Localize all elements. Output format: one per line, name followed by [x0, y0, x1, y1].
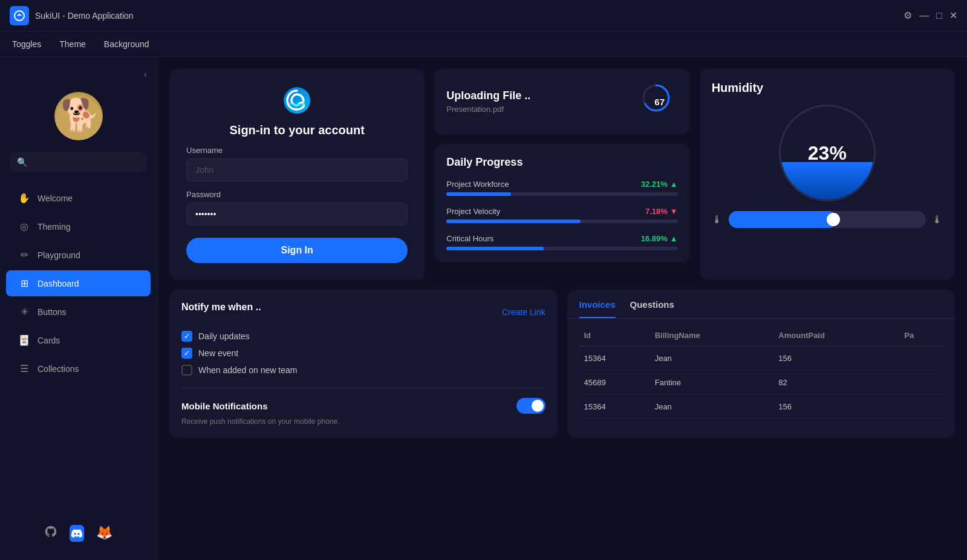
buttons-icon: ✳ — [18, 306, 30, 317]
dashboard-icon: ⊞ — [18, 278, 30, 289]
sidebar-item-cards[interactable]: 🃏 Cards — [6, 327, 151, 353]
checkbox-daily[interactable]: ✓ — [181, 331, 192, 342]
cards-icon: 🃏 — [18, 334, 30, 346]
slider-track[interactable] — [729, 211, 926, 228]
menu-item-background[interactable]: Background — [104, 39, 149, 49]
mobile-notifications-section: Mobile Notifications Receive push notifi… — [181, 388, 545, 426]
collections-icon: ☰ — [18, 363, 30, 374]
welcome-icon: ✋ — [18, 192, 30, 204]
upload-title: Uploading File .. — [446, 90, 530, 102]
cell-pa — [899, 347, 943, 371]
sidebar-item-label: Welcome — [37, 194, 73, 203]
progress-bar-0 — [446, 192, 511, 196]
sidebar-item-welcome[interactable]: ✋ Welcome — [6, 185, 151, 211]
username-label: Username — [186, 146, 408, 155]
fox-icon[interactable]: 🦊 — [96, 525, 112, 542]
progress-name-0: Project Workforce — [446, 180, 509, 189]
discord-icon[interactable] — [70, 525, 84, 542]
table-row: 15364 Jean 156 — [579, 347, 943, 371]
app-logo — [10, 6, 29, 25]
password-label: Password — [186, 190, 408, 199]
checkbox-label-team: When added on new team — [198, 365, 297, 375]
playground-icon: ✏ — [18, 249, 30, 261]
signin-card: Sign-in to your account Username Passwor… — [169, 69, 425, 280]
collapse-icon[interactable]: ‹ — [144, 69, 147, 80]
humidity-slider: 🌡 🌡 — [712, 211, 943, 228]
progress-bar-1 — [446, 220, 581, 223]
notify-header: Notify me when .. Create Link — [181, 302, 545, 322]
top-row: Sign-in to your account Username Passwor… — [169, 69, 955, 280]
slider-thumb[interactable] — [827, 213, 840, 226]
tab-questions[interactable]: Questions — [630, 299, 674, 318]
minimize-button[interactable]: — — [919, 10, 929, 21]
menu-item-theme[interactable]: Theme — [59, 39, 86, 49]
password-group: Password — [186, 190, 408, 226]
sidebar-item-label: Dashboard — [37, 279, 79, 288]
cell-name: Jean — [650, 347, 774, 371]
signin-button[interactable]: Sign In — [186, 238, 408, 263]
sidebar: ‹ 🔍 ✋ Welcome ◎ Theming ✏ Playground ⊞ D… — [0, 57, 157, 560]
username-input[interactable] — [186, 158, 408, 181]
arrow-up-icon-0: ▲ — [670, 180, 678, 189]
username-group: Username — [186, 146, 408, 181]
upload-info: Uploading File .. Presentation.pdf — [446, 90, 530, 114]
checkbox-team[interactable] — [181, 365, 192, 376]
progress-pct-1: 7.18% ▼ — [645, 207, 678, 216]
maximize-button[interactable]: □ — [936, 10, 942, 21]
notify-card: Notify me when .. Create Link ✓ Daily up… — [169, 290, 558, 438]
create-link-button[interactable]: Create Link — [502, 307, 545, 317]
cell-id: 15364 — [579, 347, 650, 371]
password-input[interactable] — [186, 203, 408, 226]
sidebar-item-playground[interactable]: ✏ Playground — [6, 242, 151, 268]
humidity-value: 23% — [808, 142, 847, 164]
cell-pa — [899, 371, 943, 395]
sidebar-item-collections[interactable]: ☰ Collections — [6, 356, 151, 382]
sidebar-item-label: Buttons — [37, 307, 66, 317]
avatar — [0, 92, 157, 140]
upload-filename: Presentation.pdf — [446, 105, 530, 114]
close-button[interactable]: ✕ — [949, 10, 957, 21]
window-controls: ⚙ — □ ✕ — [904, 10, 957, 21]
sidebar-item-dashboard[interactable]: ⊞ Dashboard — [6, 270, 151, 296]
sidebar-item-theming[interactable]: ◎ Theming — [6, 213, 151, 239]
tab-invoices[interactable]: Invoices — [579, 299, 616, 318]
progress-item-workforce: Project Workforce 32.21% ▲ — [446, 180, 677, 196]
app-title: SukiUI - Demo Application — [35, 11, 904, 21]
mobile-notif-subtitle: Receive push notifications on your mobil… — [181, 417, 545, 426]
table-row: 45689 Fantine 82 — [579, 371, 943, 395]
checkbox-newevent[interactable]: ✓ — [181, 348, 192, 359]
cell-id: 15364 — [579, 395, 650, 419]
checkbox-item-newevent: ✓ New event — [181, 348, 545, 359]
upload-progress-text: 67 — [654, 97, 665, 107]
checkbox-item-daily: ✓ Daily updates — [181, 331, 545, 342]
col-header-id: Id — [579, 325, 650, 347]
check-icon-newevent: ✓ — [184, 349, 190, 357]
menu-item-toggles[interactable]: Toggles — [12, 39, 41, 49]
sidebar-collapse[interactable]: ‹ — [0, 69, 157, 80]
progress-name-1: Project Velocity — [446, 207, 500, 216]
sidebar-bottom-icons: 🦊 — [0, 519, 157, 548]
humidity-card: Humidity 23% 🌡 🌡 — [700, 69, 955, 280]
bottom-row: Notify me when .. Create Link ✓ Daily up… — [169, 290, 955, 438]
search-icon: 🔍 — [17, 157, 27, 167]
cell-amount: 156 — [773, 347, 899, 371]
checkbox-label-newevent: New event — [198, 348, 238, 358]
progress-item-velocity: Project Velocity 7.18% ▼ — [446, 207, 677, 223]
mobile-notif-title: Mobile Notifications — [181, 401, 268, 411]
search-box[interactable]: 🔍 — [10, 152, 147, 172]
github-icon[interactable] — [44, 525, 57, 542]
progress-item-hours: Critical Hours 16.89% ▲ — [446, 234, 677, 250]
settings-icon[interactable]: ⚙ — [904, 10, 912, 21]
upload-progress-ring: 67 — [642, 83, 678, 120]
progress-bar-2 — [446, 247, 544, 250]
table-row: 15364 Jean 156 — [579, 395, 943, 419]
mobile-notif-toggle[interactable] — [516, 398, 545, 414]
col-header-pa: Pa — [899, 325, 943, 347]
sidebar-item-buttons[interactable]: ✳ Buttons — [6, 299, 151, 325]
humidity-water — [781, 162, 874, 200]
humidity-title: Humidity — [712, 81, 764, 95]
cell-name: Jean — [650, 395, 774, 419]
toggle-thumb — [532, 400, 544, 412]
cell-id: 45689 — [579, 371, 650, 395]
col-header-amount: AmountPaid — [773, 325, 899, 347]
